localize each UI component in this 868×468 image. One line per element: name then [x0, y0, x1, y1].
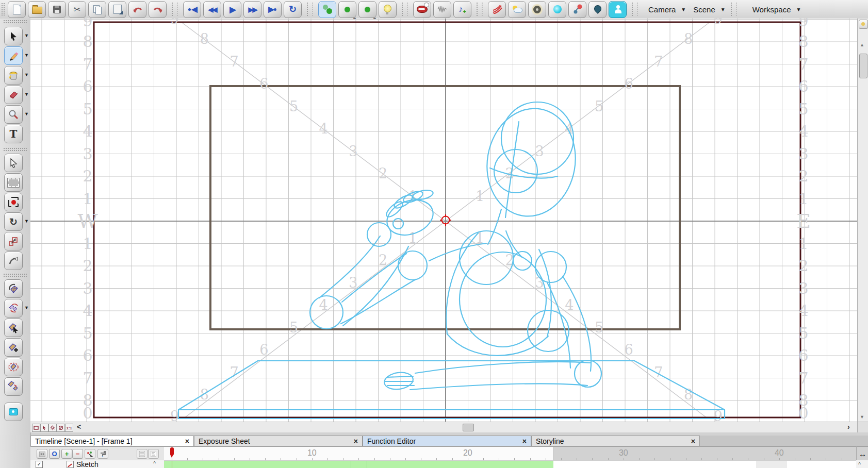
add-drawing-layer-button[interactable] — [85, 449, 95, 459]
sound-scrub-button[interactable] — [433, 1, 451, 18]
lip-sync-button[interactable] — [413, 1, 431, 18]
scene-dropdown[interactable]: Scene ▼ — [693, 5, 725, 14]
marker-toggle-button[interactable]: O — [49, 449, 60, 459]
chevron-down-icon[interactable]: ▼ — [24, 53, 29, 58]
eraser-tool-button[interactable] — [4, 86, 23, 104]
close-icon[interactable]: × — [350, 437, 358, 445]
vertical-scroll-handle[interactable] — [859, 54, 867, 78]
collapse-all-button[interactable] — [148, 449, 159, 459]
rotate-tool-button[interactable]: ↻ — [4, 212, 23, 231]
scroll-up-icon[interactable]: ▲ — [860, 42, 864, 47]
copy-button[interactable] — [88, 1, 106, 18]
save-button[interactable] — [48, 1, 66, 18]
drop-position-button[interactable] — [588, 1, 607, 18]
faucet-button[interactable] — [97, 449, 108, 459]
drawing-canvas[interactable]: 1111111122222222333333334444444455555555… — [30, 19, 857, 422]
horizontal-scroll-handle[interactable] — [463, 424, 474, 431]
rotation-lock-icon[interactable] — [57, 424, 65, 432]
scale-tool-button[interactable] — [4, 232, 23, 250]
text-tool-button[interactable]: T — [4, 125, 23, 143]
exposure-block[interactable] — [164, 461, 553, 468]
chevron-down-icon[interactable]: ▼ — [24, 112, 29, 116]
skew-tool-button[interactable] — [4, 252, 23, 270]
timeline-resize-handle[interactable]: ↔ — [856, 446, 868, 461]
delete-layer-button[interactable]: − — [72, 449, 83, 459]
play-button[interactable]: ▶ — [223, 1, 241, 18]
deform-lasso-tool-button[interactable] — [4, 358, 23, 376]
timeline-scroll-caret[interactable]: ^ — [858, 461, 861, 467]
bone-tool-button[interactable] — [4, 299, 23, 317]
deform-chain-tool-button[interactable] — [4, 377, 23, 396]
workspace-dropdown[interactable]: Workspace ▼ — [752, 5, 801, 14]
svg-text:1: 1 — [798, 235, 808, 253]
undo-button[interactable] — [128, 1, 146, 18]
chevron-down-icon[interactable]: ▼ — [24, 219, 29, 224]
light-table-button[interactable] — [379, 1, 397, 18]
exposure-cells[interactable] — [164, 460, 856, 468]
redo-button[interactable] — [149, 1, 167, 18]
settings-gear-icon[interactable] — [48, 424, 57, 432]
previous-frame-button[interactable]: ◀◀ — [203, 1, 221, 18]
playhead-marker[interactable] — [170, 447, 174, 455]
glow-preview-button[interactable] — [548, 1, 566, 18]
chevron-down-icon[interactable]: ▼ — [24, 306, 29, 310]
one-to-one-icon[interactable]: 1:1 — [65, 424, 73, 432]
add-layer-button[interactable]: + — [61, 449, 72, 459]
scene-effects-button[interactable] — [508, 1, 526, 18]
close-gap-tool-button[interactable] — [4, 403, 23, 421]
canvas-vertical-scrollbar[interactable]: ▲ ▼ — [857, 19, 868, 422]
close-icon[interactable]: × — [518, 437, 527, 445]
tab-exposure-sheet[interactable]: Exposure Sheet × — [194, 436, 363, 446]
thumbnail-view-icon[interactable] — [32, 424, 40, 432]
transform-tool-button[interactable] — [4, 193, 23, 211]
sidebar-grip[interactable] — [3, 20, 27, 24]
chevron-down-icon[interactable]: ▼ — [24, 34, 29, 38]
zoom-tool-button[interactable] — [4, 105, 23, 124]
node-view-button[interactable] — [568, 1, 586, 18]
character-mode-button[interactable] — [609, 1, 627, 18]
deform-add-tool-button[interactable] — [4, 338, 23, 357]
chevron-down-icon[interactable]: ▼ — [24, 73, 29, 77]
animate-select-tool-button[interactable] — [4, 154, 23, 172]
marquee-select-tool-button[interactable] — [4, 173, 23, 192]
layer-expand-caret[interactable]: ^ — [153, 460, 156, 466]
scroll-down-icon[interactable]: ▼ — [860, 414, 864, 420]
first-frame-button[interactable]: ◀ — [183, 1, 201, 18]
tab-storyline[interactable]: Storyline × — [531, 436, 700, 446]
cursor-icon — [8, 31, 19, 41]
tab-function-editor[interactable]: Function Editor × — [363, 436, 531, 446]
close-icon[interactable]: × — [687, 437, 695, 445]
expand-all-button[interactable] — [137, 449, 148, 459]
cursor-info-icon[interactable] — [40, 424, 48, 432]
layer-visibility-checkbox[interactable]: ✓ — [36, 461, 43, 468]
close-icon[interactable]: × — [181, 437, 189, 445]
tab-timeline[interactable]: Timeline [Scene-1] - [Frame 1] × — [30, 436, 194, 446]
frame-ruler[interactable]: 10203040 — [164, 447, 856, 461]
next-frame-button[interactable]: ▶▶ — [243, 1, 261, 18]
onion-skin-button[interactable] — [318, 1, 336, 18]
onion-next-button[interactable]: ▼ — [358, 1, 376, 18]
deform-select-tool-button[interactable] — [4, 319, 23, 337]
loop-button[interactable]: ↻ — [284, 1, 302, 18]
camera-view-button[interactable] — [859, 20, 868, 29]
add-sound-button[interactable]: ♪+ — [453, 1, 471, 18]
paste-button[interactable] — [108, 1, 126, 18]
svg-text:2: 2 — [798, 257, 808, 275]
open-button[interactable] — [28, 1, 46, 18]
toolbar-grip[interactable] — [1, 3, 5, 16]
cut-button[interactable]: ✂ — [68, 1, 86, 18]
chevron-down-icon[interactable]: ▼ — [24, 92, 29, 97]
effects-button[interactable] — [488, 1, 506, 18]
last-frame-button[interactable]: ▶ — [264, 1, 282, 18]
scroll-right-icon[interactable]: › — [847, 423, 850, 431]
deform-tool-button[interactable] — [4, 279, 23, 298]
select-tool-button[interactable] — [4, 27, 23, 45]
paint-tool-button[interactable] — [4, 66, 23, 85]
new-scene-button[interactable] — [8, 1, 26, 18]
pencil-tool-button[interactable] — [4, 46, 23, 65]
camera-dropdown[interactable]: Camera ▼ — [648, 5, 686, 14]
render-movie-button[interactable] — [528, 1, 546, 18]
onion-previous-button[interactable]: ▼ — [338, 1, 356, 18]
collapse-strip-icon[interactable]: < — [77, 423, 81, 431]
thumbnails-toggle-button[interactable] — [37, 449, 47, 459]
